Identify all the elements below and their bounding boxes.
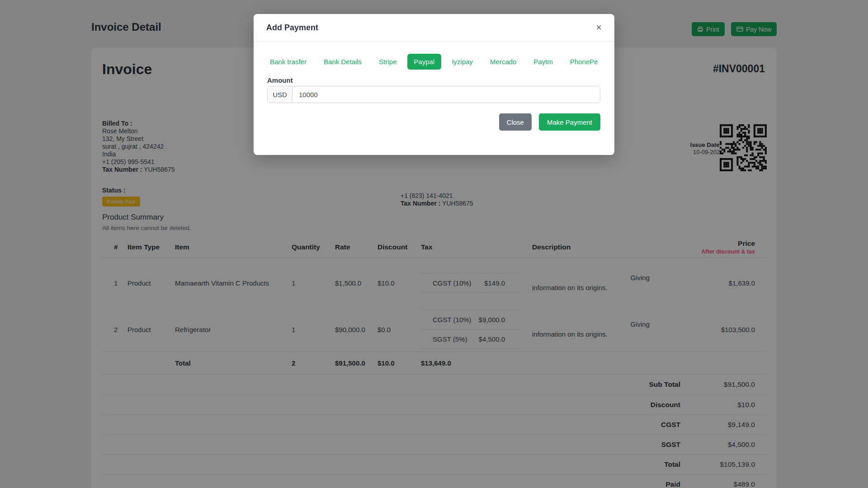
add-payment-modal: Add Payment × Bank trasfer Bank Details … <box>254 14 614 155</box>
close-button[interactable]: Close <box>499 113 532 131</box>
payment-tab-stripe[interactable]: Stripe <box>372 54 403 70</box>
payment-tab-iyzipay[interactable]: Iyzipay <box>445 54 480 70</box>
currency-addon: USD <box>268 86 292 103</box>
payment-tab-bank-details[interactable]: Bank Details <box>317 54 368 70</box>
payment-tab-paytm[interactable]: Paytm <box>527 54 560 70</box>
amount-input-group: USD <box>267 86 600 103</box>
amount-input[interactable] <box>292 86 600 103</box>
payment-tab-mercado[interactable]: Mercado <box>483 54 523 70</box>
modal-header: Add Payment × <box>254 14 614 42</box>
amount-label: Amount <box>267 76 293 84</box>
close-icon[interactable]: × <box>596 23 602 33</box>
payment-tab-phonepe[interactable]: PhonePe <box>563 54 605 70</box>
payment-tab-bank-trasfer[interactable]: Bank trasfer <box>263 54 313 70</box>
payment-tab-paypal[interactable]: Paypal <box>407 54 442 70</box>
payment-method-tabs: Bank trasfer Bank Details Stripe Paypal … <box>254 54 614 70</box>
modal-title: Add Payment <box>266 23 318 33</box>
make-payment-button[interactable]: Make Payment <box>539 113 600 131</box>
modal-actions: Close Make Payment <box>499 113 600 131</box>
